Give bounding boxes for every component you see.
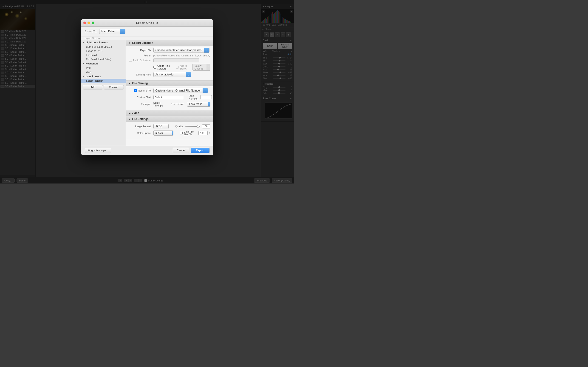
preset-for-email[interactable]: For Email (81, 53, 126, 57)
rename-to-dropdown[interactable]: Custom Name - Original File Number ⌄ (153, 88, 208, 93)
modal-footer: Plug-in Manager... Cancel Export (81, 146, 213, 155)
preset-select-retouch[interactable]: Select-Retouch (81, 79, 126, 83)
export-settings: ▼ Export Location Export To: Choose fold… (126, 40, 213, 146)
headshots-triangle-icon: ▼ (83, 63, 85, 65)
preset-web[interactable]: Web (81, 70, 126, 74)
add-to-catalog-checkbox[interactable] (153, 66, 156, 69)
quality-slider-track[interactable] (185, 126, 200, 127)
modal-overlay: Export One File Export To: Hard Drive ⌄ … (0, 0, 294, 184)
extensions-arrow[interactable]: ⌄ (208, 102, 210, 106)
quality-label: Quality: (175, 125, 183, 128)
export-location-header[interactable]: ▼ Export Location (126, 40, 213, 46)
rename-to-value: Custom Name - Original File Number (154, 88, 203, 93)
user-presets-group: ▼ User Presets Select-Retouch (81, 74, 126, 83)
file-settings-triangle-icon: ▼ (129, 118, 131, 120)
quality-slider-handle (197, 125, 199, 128)
extensions-value: Lowercase (187, 102, 208, 106)
extensions-label: Extensions: (171, 103, 184, 106)
add-to-catalog-label: Add to This Catalog (157, 65, 173, 70)
below-original-arrow[interactable]: ⌄ (207, 64, 210, 70)
modal-footer-right: Cancel Export (173, 148, 209, 153)
app-container: ▼ Navigator FIT FILL 1:1 3:1 (0, 0, 294, 184)
maximize-button[interactable] (92, 22, 95, 24)
headshots-group-label: Headshots (86, 62, 98, 65)
window-controls (83, 22, 95, 24)
extensions-dropdown[interactable]: Lowercase ⌄ (187, 102, 210, 107)
modal-titlebar: Export One File (81, 19, 213, 27)
subfolder-label: Put in Subfolder: (133, 59, 151, 62)
folder-label: Folder: (129, 54, 152, 57)
lightroom-group-label: Lightroom Presets (86, 41, 108, 44)
plugin-manager-btn[interactable]: Plug-in Manager... (85, 148, 111, 153)
image-format-dropdown[interactable]: JPEG ⌄ (153, 124, 169, 129)
quality-slider-fill (186, 126, 198, 127)
file-naming-header[interactable]: ▼ File Naming (126, 81, 213, 86)
below-original-dropdown[interactable]: Below Original ⌄ (192, 64, 210, 71)
limit-file-size-input[interactable] (199, 131, 208, 135)
export-to-arrow[interactable]: ⌄ (120, 29, 125, 34)
export-location-arrow[interactable]: ⌄ (204, 48, 209, 52)
headshots-group: ▼ Headshots Print Web (81, 61, 126, 74)
catalog-stack-controls: Add to This Catalog Add to Stack: Below … (153, 64, 210, 71)
add-to-stack-area: Add to Stack: Below Original ⌄ (176, 64, 210, 71)
lightroom-presets-group: ▼ Lightroom Presets Burn Full-Sized JPEG… (81, 40, 126, 61)
color-space-arrow[interactable]: ⌄ (172, 131, 174, 135)
subfolder-row: Put in Subfolder: (129, 58, 210, 62)
file-settings-header[interactable]: ▼ File Settings (126, 116, 213, 122)
rename-check-area: Rename To: (129, 89, 152, 92)
file-settings-content: Image Format: JPEG ⌄ Quality: (126, 122, 213, 139)
minimize-button[interactable] (87, 22, 90, 24)
example-row: Example: Select-7204.jpg Extensions: Low… (129, 101, 210, 107)
preset-burn-jpegs[interactable]: Burn Full-Sized JPEGs (81, 45, 126, 49)
preset-for-email-hd[interactable]: For Email (Hard Drive) (81, 57, 126, 61)
add-preset-btn[interactable]: Add (83, 85, 103, 90)
modal-title: Export One File (136, 21, 158, 25)
close-button[interactable] (83, 22, 86, 24)
export-loc-triangle-icon: ▼ (129, 42, 131, 44)
export-to-row: Export To: Hard Drive ⌄ (81, 27, 213, 36)
headshots-header[interactable]: ▼ Headshots (81, 61, 126, 66)
catalog-stack-row: Add to This Catalog Add to Stack: Below … (129, 64, 210, 71)
file-settings-section: ▼ File Settings Image Format: JPEG ⌄ Qua… (126, 116, 213, 139)
below-original-value: Below Original (193, 64, 207, 70)
export-to-dropdown[interactable]: Hard Drive ⌄ (99, 29, 125, 34)
color-space-dropdown[interactable]: sRGB ⌄ (153, 131, 174, 135)
file-naming-title: File Naming (132, 82, 148, 85)
image-format-label: Image Format: (129, 125, 152, 128)
rename-to-arrow[interactable]: ⌄ (203, 88, 208, 93)
modal-body: ▼ Lightroom Presets Burn Full-Sized JPEG… (81, 40, 213, 146)
custom-text-input[interactable] (153, 95, 183, 99)
export-modal: Export One File Export To: Hard Drive ⌄ … (81, 19, 213, 155)
image-format-row: Image Format: JPEG ⌄ Quality: (129, 124, 210, 129)
cancel-btn[interactable]: Cancel (173, 148, 189, 153)
quality-input[interactable] (202, 124, 210, 128)
existing-files-arrow[interactable]: ⌄ (186, 72, 191, 77)
preset-export-dng[interactable]: Export to DNG (81, 49, 126, 53)
limit-file-size-label: Limit File Size To: (183, 130, 198, 136)
lightroom-presets-header[interactable]: ▼ Lightroom Presets (81, 40, 126, 45)
rename-checkbox[interactable] (134, 89, 137, 92)
existing-files-row: Existing Files: Ask what to do ⌄ (129, 72, 210, 77)
user-presets-header[interactable]: ▼ User Presets (81, 74, 126, 79)
video-title: Video (132, 111, 139, 115)
limit-file-size-checkbox[interactable] (180, 132, 183, 134)
example-label: Example: (129, 103, 152, 106)
preset-label: Export One File (81, 36, 213, 40)
existing-files-dropdown[interactable]: Ask what to do ⌄ (153, 72, 191, 77)
export-location-dropdown[interactable]: Choose folder later (useful for presets)… (153, 48, 210, 53)
add-to-stack-label: Add to Stack: (180, 65, 191, 70)
preset-print[interactable]: Print (81, 66, 126, 70)
start-number-input[interactable] (200, 95, 212, 99)
export-location-content: Export To: Choose folder later (useful f… (126, 46, 213, 80)
custom-text-label: Custom Text: (129, 96, 152, 99)
add-to-stack-checkbox (176, 66, 179, 69)
video-triangle-icon: ▶ (129, 112, 130, 115)
subfolder-check-area: Put in Subfolder: (129, 59, 152, 62)
export-location-title: Export Location (132, 41, 153, 44)
video-header[interactable]: ▶ Video (126, 110, 213, 116)
example-value: Select-7204.jpg (153, 101, 169, 107)
export-btn[interactable]: Export (191, 148, 209, 153)
user-group-label: User Presets (86, 75, 101, 78)
rename-to-row: Rename To: Custom Name - Original File N… (129, 88, 210, 93)
remove-preset-btn[interactable]: Remove (104, 85, 124, 90)
